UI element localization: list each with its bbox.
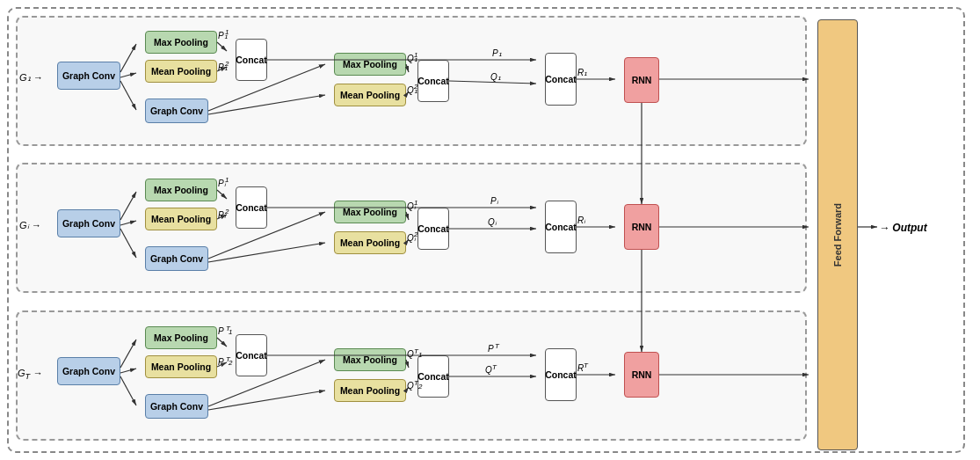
graph-conv1-row1: Graph Conv bbox=[57, 62, 120, 90]
mean-pool2-row1: Mean Pooling bbox=[334, 84, 406, 106]
output-label: → Output bbox=[879, 222, 927, 234]
rnn-row2: RNN bbox=[624, 204, 659, 250]
concat3-row2: Concat bbox=[545, 201, 577, 253]
max-pool1-row1: Max Pooling bbox=[145, 31, 217, 54]
max-pool2-row1: Max Pooling bbox=[334, 53, 406, 76]
row1-box bbox=[16, 16, 807, 146]
mean-pool2-row3: Mean Pooling bbox=[334, 379, 406, 402]
concat2-row3: Concat bbox=[417, 355, 449, 398]
concat1-row3: Concat bbox=[236, 334, 267, 376]
mean-pool1-row2: Mean Pooling bbox=[145, 208, 217, 230]
feed-forward-label: Feed Forward bbox=[832, 203, 843, 267]
graph-conv1-row3: Graph Conv bbox=[57, 357, 120, 385]
concat3-row3: Concat bbox=[545, 348, 577, 401]
diagram-container: G₁ → Graph Conv Max Pooling Mean Pooling… bbox=[0, 0, 980, 460]
g1-label: G₁ → bbox=[19, 72, 43, 84]
rnn-row1: RNN bbox=[624, 57, 659, 103]
concat1-row1: Concat bbox=[236, 39, 267, 81]
concat2-row2: Concat bbox=[417, 208, 449, 250]
max-pool2-row3: Max Pooling bbox=[334, 348, 406, 371]
mean-pool1-row1: Mean Pooling bbox=[145, 60, 217, 83]
row3-box bbox=[16, 310, 807, 441]
max-pool1-row3: Max Pooling bbox=[145, 326, 217, 349]
gt-label: GT → bbox=[18, 368, 42, 381]
gi-label: Gᵢ → bbox=[19, 220, 41, 231]
graph-conv2-row1: Graph Conv bbox=[145, 99, 208, 123]
mean-pool1-row3: Mean Pooling bbox=[145, 355, 217, 378]
graph-conv1-row2: Graph Conv bbox=[57, 209, 120, 237]
rnn-row3: RNN bbox=[624, 352, 659, 398]
graph-conv2-row3: Graph Conv bbox=[145, 394, 208, 419]
mean-pool2-row2: Mean Pooling bbox=[334, 231, 406, 254]
max-pool2-row2: Max Pooling bbox=[334, 201, 406, 223]
concat3-row1: Concat bbox=[545, 53, 577, 106]
concat2-row1: Concat bbox=[417, 60, 449, 102]
row2-box bbox=[16, 163, 807, 293]
max-pool1-row2: Max Pooling bbox=[145, 179, 217, 201]
concat1-row2: Concat bbox=[236, 186, 267, 229]
feed-forward: Feed Forward bbox=[817, 19, 858, 450]
graph-conv2-row2: Graph Conv bbox=[145, 246, 208, 271]
